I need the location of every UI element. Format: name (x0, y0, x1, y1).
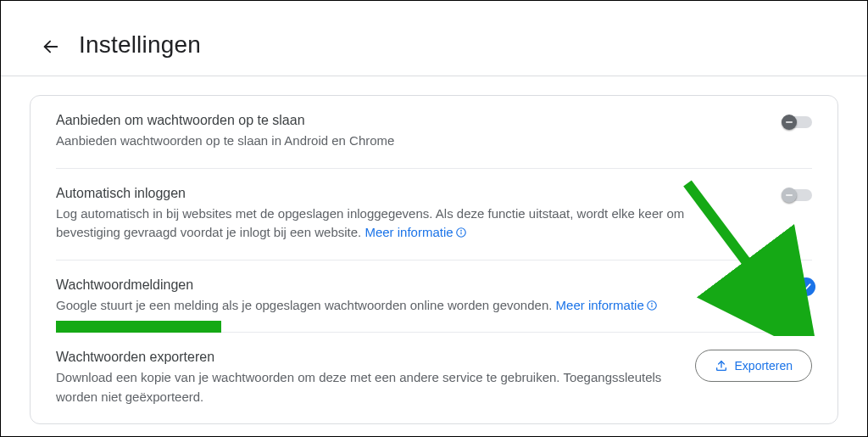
row-export-passwords: Wachtwoorden exporteren Download een kop… (56, 333, 812, 423)
export-button[interactable]: Exporteren (695, 350, 812, 382)
row-title: Aanbieden om wachtwoorden op te slaan (56, 113, 717, 128)
page-title: Instellingen (79, 31, 201, 59)
more-info-link[interactable]: Meer informatie (364, 225, 466, 239)
row-auto-login: Automatisch inloggen Log automatisch in … (56, 169, 812, 261)
toggle-save-passwords[interactable] (783, 116, 812, 128)
more-info-link[interactable]: Meer informatie (556, 298, 658, 312)
row-title: Wachtwoorden exporteren (56, 350, 670, 365)
row-desc: Aanbieden wachtwoorden op te slaan in An… (56, 132, 717, 151)
toggle-auto-login[interactable] (783, 189, 812, 201)
row-password-alerts: Wachtwoordmeldingen Google stuurt je een… (56, 261, 812, 333)
header-divider (1, 76, 867, 76)
svg-point-3 (460, 230, 461, 231)
row-desc: Download een kopie van je wachtwoorden o… (56, 368, 670, 406)
back-arrow-icon[interactable] (42, 37, 60, 56)
row-desc-text: Google stuurt je een melding als je opge… (56, 298, 556, 312)
row-title: Wachtwoordmeldingen (56, 277, 717, 293)
info-icon (455, 227, 467, 238)
row-desc: Google stuurt je een melding als je opge… (56, 296, 717, 316)
header: Instellingen (1, 1, 867, 76)
svg-point-7 (651, 303, 652, 304)
annotation-highlight (56, 321, 221, 333)
settings-card: Aanbieden om wachtwoorden op te slaan Aa… (30, 95, 838, 424)
row-title: Automatisch inloggen (56, 186, 717, 201)
export-button-label: Exporteren (735, 359, 793, 373)
info-icon (646, 300, 658, 311)
row-save-passwords: Aanbieden om wachtwoorden op te slaan Aa… (56, 96, 812, 169)
row-desc: Log automatisch in bij websites met de o… (56, 204, 717, 243)
toggle-password-alerts[interactable] (783, 281, 812, 293)
upload-icon (715, 359, 728, 373)
